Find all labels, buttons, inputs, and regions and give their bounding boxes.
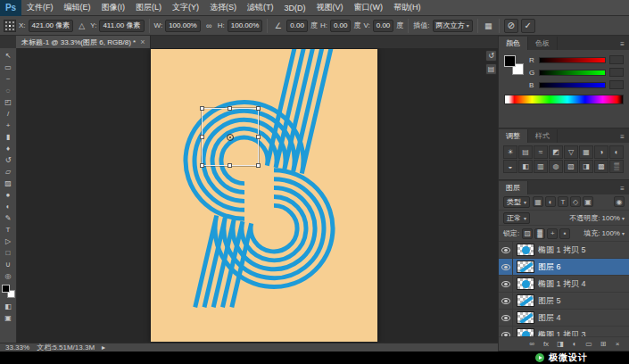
add-layer-mask-icon[interactable]: ◨ [556,340,565,348]
red-slider[interactable] [539,57,606,63]
filter-pixel-layers-icon[interactable]: ▦ [533,196,543,207]
quick-mask-button[interactable]: ◧ [0,301,17,312]
tab-layers[interactable]: 图层 [499,181,528,194]
layer-row[interactable]: 图层 4 [499,310,629,327]
layer-thumbnail[interactable] [517,261,534,273]
rectangular-marquee-tool[interactable]: ▭ [0,62,17,73]
commit-transform-button[interactable]: ✓ [521,19,535,33]
eraser-tool[interactable]: ▱ [0,166,17,178]
new-group-icon[interactable]: ▭ [584,340,593,348]
blur-tool[interactable]: ● [0,189,17,201]
menu-item[interactable]: 图层(L) [130,0,167,15]
v-skew-field[interactable]: 0.00 [373,20,394,32]
history-panel-icon[interactable]: ↺ [485,50,497,62]
transform-handle-left[interactable] [200,135,204,139]
tab-color[interactable]: 颜色 [499,37,528,50]
reference-point-locator[interactable] [4,20,16,32]
menu-item[interactable]: 编辑(E) [59,0,96,15]
width-field[interactable]: 100.00% [165,20,201,32]
cancel-transform-button[interactable]: ⊘ [504,19,518,33]
exposure-icon[interactable]: ◩ [549,145,563,159]
threshold-icon[interactable]: ◨ [579,160,593,173]
green-slider[interactable] [539,70,606,76]
photoshop-logo-icon[interactable]: Ps [0,0,21,16]
layer-visibility-toggle[interactable] [499,310,513,326]
filter-smart-objects-icon[interactable]: ▣ [583,196,593,207]
lock-image-pixels-icon[interactable]: ▓ [534,228,545,239]
vibrance-icon[interactable]: ▽ [564,145,578,159]
gradient-map-icon[interactable]: ▒ [609,160,624,173]
blend-mode-dropdown[interactable]: 正常 ▾ [503,212,530,224]
gradient-tool[interactable]: ▨ [0,178,17,189]
zoom-level-field[interactable]: 33.33% [5,343,29,352]
transform-bounding-box[interactable] [202,108,259,166]
hand-tool[interactable]: ∪ [0,259,17,270]
lock-transparent-pixels-icon[interactable]: ▨ [522,228,533,239]
layer-visibility-toggle[interactable] [499,276,513,292]
layer-thumbnail[interactable] [517,277,534,290]
invert-icon[interactable]: ◍ [549,160,563,173]
eyedropper-tool[interactable]: / [0,108,17,120]
tab-styles[interactable]: 样式 [528,129,558,143]
type-tool[interactable]: T [0,224,17,236]
transform-handle-right[interactable] [256,135,261,139]
menu-item[interactable]: 窗口(W) [349,0,389,15]
layer-filter-dropdown[interactable]: 类型 ▾ [503,196,530,208]
foreground-color-swatch[interactable] [2,285,10,293]
rotation-field[interactable]: 0.00 [286,20,308,32]
warp-mode-icon[interactable]: ▦ [483,20,494,32]
layer-thumbnail[interactable] [517,294,534,307]
layer-style-icon[interactable]: fx [542,340,550,348]
layer-thumbnail[interactable] [517,311,534,324]
document-tab[interactable]: 未标题-1 @ 33.3%(图层 6, RGB/8) * × [16,36,151,48]
transform-handle-bottom-left[interactable] [200,163,204,168]
transform-handle-top[interactable] [228,106,232,111]
menu-item[interactable]: 视图(V) [311,0,349,15]
layer-row[interactable]: 图层 6 [499,259,629,276]
delete-layer-icon[interactable]: × [613,340,622,348]
clone-stamp-tool[interactable]: ♦ [0,143,17,154]
brush-tool[interactable]: ▮ [0,131,17,143]
filter-shape-layers-icon[interactable]: ◇ [570,196,581,207]
selective-color-icon[interactable]: ▩ [594,160,608,173]
menu-item[interactable]: 滤镜(T) [242,0,279,15]
menu-item[interactable]: 选择(S) [204,0,242,15]
transform-handle-bottom-right[interactable] [256,163,261,168]
healing-brush-tool[interactable]: + [0,120,17,131]
opacity-control[interactable]: 不透明度: 100% ▾ [569,213,625,223]
layer-visibility-toggle[interactable] [499,242,513,258]
layer-row[interactable]: 椭圆 1 拷贝 4 [499,276,629,293]
color-balance-icon[interactable]: ◑ [594,145,608,159]
lock-position-icon[interactable]: + [547,228,558,239]
transform-handle-top-right[interactable] [256,106,261,111]
channel-mixer-icon[interactable]: ◧ [518,160,533,173]
tab-adjustments[interactable]: 调整 [499,129,528,143]
crop-tool[interactable]: ◰ [0,96,17,108]
history-brush-tool[interactable]: ↺ [0,154,17,166]
status-popup-arrow-icon[interactable]: ▸ [102,343,105,352]
filter-type-layers-icon[interactable]: T [558,196,568,207]
black-white-icon[interactable]: ◐ [609,145,624,159]
y-position-field[interactable]: 411.00 像素 [99,20,144,32]
new-layer-icon[interactable]: ⊞ [599,340,608,348]
properties-panel-icon[interactable]: ▤ [485,63,497,75]
layer-visibility-toggle[interactable] [499,293,513,309]
filter-adjustment-layers-icon[interactable]: ◐ [545,196,556,207]
tab-swatches[interactable]: 色板 [528,37,558,50]
panel-menu-icon[interactable]: ≡ [616,133,629,143]
lock-all-icon[interactable]: ▪ [559,228,570,239]
layer-row[interactable]: 图层 5 [499,293,629,310]
layer-visibility-toggle[interactable] [499,327,513,336]
transform-handle-top-left[interactable] [200,106,204,111]
panel-menu-icon[interactable]: ≡ [616,40,629,50]
blue-value-field[interactable] [609,80,624,89]
link-layers-icon[interactable]: ∞ [527,340,536,348]
layer-row[interactable]: 椭圆 1 拷贝 3 [499,327,629,336]
transform-handle-bottom[interactable] [228,163,232,168]
menu-item[interactable]: 帮助(H) [388,0,426,15]
panel-menu-icon[interactable]: ≡ [616,185,629,194]
color-spectrum-bar[interactable] [504,95,624,104]
transform-reference-point[interactable] [227,134,234,141]
layer-row[interactable]: 椭圆 1 拷贝 5 [499,242,629,259]
color-lookup-icon[interactable]: ▥ [534,160,548,173]
